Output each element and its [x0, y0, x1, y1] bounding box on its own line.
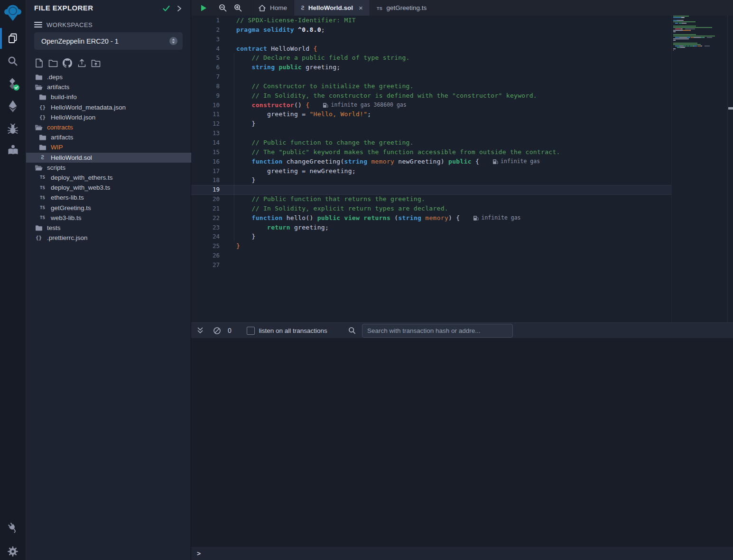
rail-search-icon[interactable]: [0, 51, 26, 72]
code-line-15[interactable]: 15 // The "public" keyword makes the fun…: [191, 147, 671, 157]
rail-learneth-icon[interactable]: [0, 139, 26, 160]
scrollbar-marker[interactable]: [728, 107, 733, 110]
editor-tab-bar: HomeƧHelloWorld.sol×TSgetGreeting.ts: [191, 0, 733, 16]
listen-transactions-checkbox[interactable]: [247, 327, 255, 335]
code-line-18[interactable]: 18 }: [191, 175, 671, 185]
code-line-3[interactable]: 3: [191, 35, 671, 44]
code-line-2[interactable]: 2pragma solidity ^0.8.0;: [191, 25, 671, 35]
tab-HelloWorld.sol[interactable]: ƧHelloWorld.sol×: [294, 0, 370, 16]
tree-item-HelloWorld_metadata.json[interactable]: {}HelloWorld_metadata.json: [26, 102, 191, 112]
line-number: 7: [191, 72, 220, 82]
line-code: // In Solidity, the constructor is defin…: [236, 91, 537, 101]
gas-estimate-badge: infinite gas: [492, 157, 540, 166]
editor-scrollbar[interactable]: [727, 16, 733, 322]
folder-open-icon: [35, 124, 43, 131]
code-line-1[interactable]: 1// SPDX-License-Identifier: MIT: [191, 16, 671, 25]
tree-item-label: HelloWorld.json: [51, 114, 95, 121]
code-line-25[interactable]: 25}: [191, 241, 671, 251]
new-file-icon[interactable]: [34, 58, 44, 68]
rail-solidity-compiler-icon[interactable]: [0, 73, 26, 94]
code-line-23[interactable]: 23 return greeting;: [191, 223, 671, 232]
workspace-selected-value: OpenZeppelin ERC20 - 1: [41, 37, 119, 45]
tree-item-label: scripts: [47, 164, 65, 171]
tab-getGreeting.ts[interactable]: TSgetGreeting.ts: [370, 0, 433, 16]
minimap[interactable]: [673, 16, 726, 54]
workspace-select[interactable]: OpenZeppelin ERC20 - 1: [34, 32, 183, 50]
terminal-toolbar: 0 listen on all transactions: [191, 322, 733, 338]
code-line-8[interactable]: 8 // Constructor to initialize the greet…: [191, 82, 671, 91]
workspaces-menu-icon[interactable]: [34, 21, 42, 28]
code-line-20[interactable]: 20 // Public function that returns the g…: [191, 194, 671, 204]
rail-file-explorer-icon[interactable]: [0, 28, 26, 49]
tree-item-WIP[interactable]: WIP: [26, 142, 191, 152]
ts-icon: TS: [377, 4, 383, 11]
terminal-input-row[interactable]: >: [191, 547, 733, 560]
tree-item-deploy_with_web3.ts[interactable]: TSdeploy_with_web3.ts: [26, 183, 191, 193]
tree-item-build-info[interactable]: build-info: [26, 92, 191, 102]
tab-Home[interactable]: Home: [251, 0, 294, 16]
rail-deploy-run-icon[interactable]: [0, 96, 26, 117]
listen-transactions-label[interactable]: listen on all transactions: [259, 327, 327, 334]
tree-item-artifacts[interactable]: artifacts: [26, 82, 191, 92]
tree-item-label: .prettierrc.json: [47, 234, 88, 241]
code-line-10[interactable]: 10 constructor() {infinite gas 368600 ga…: [191, 101, 671, 110]
zoom-out-icon[interactable]: [215, 0, 230, 16]
upload-file-icon[interactable]: [77, 58, 86, 68]
line-code: return greeting;: [236, 223, 329, 232]
run-script-button[interactable]: [196, 0, 211, 16]
clone-github-icon[interactable]: [63, 58, 72, 68]
line-number: 8: [191, 82, 220, 91]
code-line-4[interactable]: 4contract HelloWorld {: [191, 44, 671, 54]
rail-debugger-icon[interactable]: [0, 119, 26, 139]
code-line-12[interactable]: 12 }: [191, 119, 671, 129]
tree-item-ethers-lib.ts[interactable]: TSethers-lib.ts: [26, 193, 191, 202]
rail-plugin-manager-icon[interactable]: [0, 517, 26, 538]
zoom-in-icon[interactable]: [230, 0, 245, 16]
tree-item-scripts[interactable]: scripts: [26, 163, 191, 173]
code-line-7[interactable]: 7: [191, 72, 671, 82]
tree-item-label: getGreeting.ts: [51, 204, 91, 211]
code-line-27[interactable]: 27: [191, 260, 671, 270]
tree-item-HelloWorld.json[interactable]: {}HelloWorld.json: [26, 112, 191, 122]
close-tab-icon[interactable]: ×: [359, 4, 363, 12]
check-icon[interactable]: [162, 5, 170, 12]
line-code: }: [236, 175, 256, 185]
collapse-terminal-icon[interactable]: [196, 327, 204, 334]
code-line-22[interactable]: 22 function hello() public view returns …: [191, 213, 671, 223]
tree-item-.prettierrc.json[interactable]: {}.prettierrc.json: [26, 233, 191, 243]
code-line-5[interactable]: 5 // Declare a public field of type stri…: [191, 53, 671, 63]
tree-item-web3-lib.ts[interactable]: TSweb3-lib.ts: [26, 213, 191, 223]
tree-item-tests[interactable]: tests: [26, 223, 191, 233]
code-line-14[interactable]: 14 // Public function to change the gree…: [191, 138, 671, 147]
tree-item-HelloWorld.sol[interactable]: ƧHelloWorld.sol: [26, 153, 191, 163]
line-number: 9: [191, 91, 220, 101]
terminal-output[interactable]: >: [191, 338, 733, 560]
upload-folder-icon[interactable]: [91, 58, 101, 68]
tree-item-deploy_with_ethers.ts[interactable]: TSdeploy_with_ethers.ts: [26, 173, 191, 183]
code-editor[interactable]: 1// SPDX-License-Identifier: MIT2pragma …: [191, 16, 733, 322]
code-line-16[interactable]: 16 function changeGreeting(string memory…: [191, 157, 671, 166]
line-code: // The "public" keyword makes the functi…: [236, 147, 560, 157]
code-line-6[interactable]: 6 string public greeting;: [191, 63, 671, 72]
tree-item-contracts[interactable]: contracts: [26, 122, 191, 132]
tree-item-label: artifacts: [51, 134, 73, 141]
code-line-19[interactable]: 19: [191, 185, 671, 194]
remix-logo[interactable]: [0, 1, 26, 25]
tree-item-artifacts[interactable]: artifacts: [26, 132, 191, 142]
terminal-search-input[interactable]: [362, 324, 513, 338]
code-line-17[interactable]: 17 greeting = newGreeting;: [191, 166, 671, 176]
tab-label: HelloWorld.sol: [308, 4, 353, 11]
code-line-11[interactable]: 11 greeting = "Hello, World!";: [191, 110, 671, 119]
code-line-13[interactable]: 13: [191, 129, 671, 138]
clear-terminal-icon[interactable]: [213, 327, 221, 335]
code-line-9[interactable]: 9 // In Solidity, the constructor is def…: [191, 91, 671, 101]
code-line-21[interactable]: 21 // In Solidity, explicit return types…: [191, 204, 671, 213]
chevron-right-icon[interactable]: [176, 5, 183, 12]
rail-settings-icon[interactable]: [0, 541, 26, 560]
new-folder-icon[interactable]: [48, 58, 58, 68]
code-line-24[interactable]: 24 }: [191, 232, 671, 241]
ts-icon: TS: [38, 175, 46, 180]
tree-item-.deps[interactable]: .deps: [26, 72, 191, 82]
code-line-26[interactable]: 26: [191, 251, 671, 260]
tree-item-getGreeting.ts[interactable]: TSgetGreeting.ts: [26, 202, 191, 212]
